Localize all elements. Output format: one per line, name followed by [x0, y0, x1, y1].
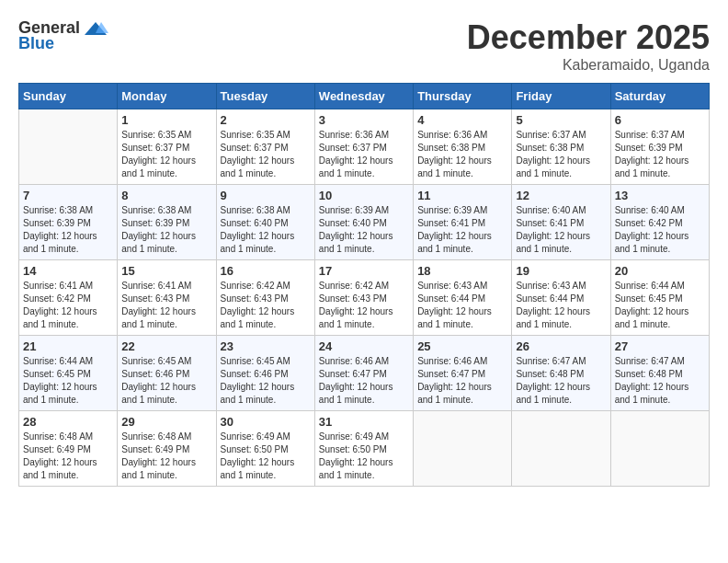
calendar-cell: 28 Sunrise: 6:48 AM Sunset: 6:49 PM Dayl… — [19, 411, 118, 487]
sunset-text: Sunset: 6:43 PM — [121, 293, 189, 304]
sunrise-text: Sunrise: 6:39 AM — [417, 205, 487, 215]
day-number: 30 — [221, 415, 311, 429]
daylight-text: Daylight: 12 hours and 1 minute. — [221, 457, 295, 480]
calendar-week-row: 1 Sunrise: 6:35 AM Sunset: 6:37 PM Dayli… — [19, 109, 710, 185]
daylight-text: Daylight: 12 hours and 1 minute. — [319, 155, 393, 178]
calendar-table: SundayMondayTuesdayWednesdayThursdayFrid… — [18, 83, 710, 487]
day-info: Sunrise: 6:38 AM Sunset: 6:39 PM Dayligh… — [23, 204, 113, 256]
calendar-cell: 3 Sunrise: 6:36 AM Sunset: 6:37 PM Dayli… — [314, 109, 413, 185]
weekday-header-tuesday: Tuesday — [216, 84, 314, 109]
sunset-text: Sunset: 6:43 PM — [221, 293, 289, 304]
sunrise-text: Sunrise: 6:47 AM — [516, 356, 586, 366]
day-info: Sunrise: 6:47 AM Sunset: 6:48 PM Dayligh… — [516, 355, 606, 407]
daylight-text: Daylight: 12 hours and 1 minute. — [221, 231, 295, 254]
weekday-header-sunday: Sunday — [19, 84, 118, 109]
sunrise-text: Sunrise: 6:43 AM — [417, 281, 487, 291]
daylight-text: Daylight: 12 hours and 1 minute. — [615, 306, 689, 329]
day-number: 9 — [221, 189, 311, 202]
sunset-text: Sunset: 6:47 PM — [319, 369, 387, 379]
day-info: Sunrise: 6:48 AM Sunset: 6:49 PM Dayligh… — [121, 431, 211, 482]
calendar-cell: 8 Sunrise: 6:38 AM Sunset: 6:39 PM Dayli… — [118, 185, 216, 260]
sunrise-text: Sunrise: 6:41 AM — [121, 281, 191, 291]
calendar-cell: 11 Sunrise: 6:39 AM Sunset: 6:41 PM Dayl… — [414, 185, 512, 260]
day-info: Sunrise: 6:37 AM Sunset: 6:38 PM Dayligh… — [516, 129, 606, 180]
day-number: 12 — [516, 189, 606, 202]
day-number: 1 — [121, 113, 211, 127]
sunrise-text: Sunrise: 6:44 AM — [23, 356, 93, 366]
sunset-text: Sunset: 6:38 PM — [417, 143, 485, 153]
daylight-text: Daylight: 12 hours and 1 minute. — [516, 382, 590, 405]
sunrise-text: Sunrise: 6:48 AM — [121, 431, 191, 442]
sunset-text: Sunset: 6:42 PM — [23, 293, 91, 304]
day-info: Sunrise: 6:48 AM Sunset: 6:49 PM Dayligh… — [23, 431, 113, 482]
calendar-week-row: 28 Sunrise: 6:48 AM Sunset: 6:49 PM Dayl… — [19, 411, 710, 487]
day-number: 3 — [319, 113, 409, 127]
calendar-cell: 26 Sunrise: 6:47 AM Sunset: 6:48 PM Dayl… — [512, 336, 610, 411]
sunset-text: Sunset: 6:47 PM — [417, 369, 485, 379]
day-number: 8 — [121, 189, 211, 202]
calendar-cell: 1 Sunrise: 6:35 AM Sunset: 6:37 PM Dayli… — [118, 109, 216, 185]
daylight-text: Daylight: 12 hours and 1 minute. — [121, 382, 196, 405]
day-number: 15 — [121, 264, 211, 278]
day-info: Sunrise: 6:37 AM Sunset: 6:39 PM Dayligh… — [615, 129, 705, 180]
day-info: Sunrise: 6:39 AM Sunset: 6:41 PM Dayligh… — [417, 204, 507, 256]
sunrise-text: Sunrise: 6:44 AM — [615, 281, 685, 291]
weekday-header-row: SundayMondayTuesdayWednesdayThursdayFrid… — [19, 84, 710, 109]
sunset-text: Sunset: 6:39 PM — [23, 218, 91, 228]
logo: General Blue — [18, 18, 108, 53]
logo-blue-text: Blue — [18, 34, 54, 53]
daylight-text: Daylight: 12 hours and 1 minute. — [319, 231, 393, 254]
daylight-text: Daylight: 12 hours and 1 minute. — [319, 457, 393, 480]
daylight-text: Daylight: 12 hours and 1 minute. — [417, 231, 492, 254]
sunset-text: Sunset: 6:49 PM — [23, 444, 91, 454]
day-number: 6 — [615, 113, 705, 127]
daylight-text: Daylight: 12 hours and 1 minute. — [23, 306, 97, 329]
sunrise-text: Sunrise: 6:49 AM — [221, 431, 290, 442]
sunrise-text: Sunrise: 6:49 AM — [319, 431, 389, 442]
day-info: Sunrise: 6:45 AM Sunset: 6:46 PM Dayligh… — [221, 355, 311, 407]
sunrise-text: Sunrise: 6:35 AM — [121, 130, 191, 140]
day-number: 7 — [23, 189, 113, 202]
day-number: 2 — [221, 113, 311, 127]
day-info: Sunrise: 6:45 AM Sunset: 6:46 PM Dayligh… — [121, 355, 211, 407]
daylight-text: Daylight: 12 hours and 1 minute. — [516, 306, 590, 329]
day-info: Sunrise: 6:35 AM Sunset: 6:37 PM Dayligh… — [121, 129, 211, 180]
day-info: Sunrise: 6:49 AM Sunset: 6:50 PM Dayligh… — [319, 431, 409, 482]
sunrise-text: Sunrise: 6:47 AM — [615, 356, 685, 366]
daylight-text: Daylight: 12 hours and 1 minute. — [417, 382, 492, 405]
sunrise-text: Sunrise: 6:36 AM — [417, 130, 487, 140]
calendar-cell: 15 Sunrise: 6:41 AM Sunset: 6:43 PM Dayl… — [118, 260, 216, 336]
day-number: 10 — [319, 189, 409, 202]
sunset-text: Sunset: 6:50 PM — [319, 444, 387, 454]
day-number: 4 — [417, 113, 507, 127]
daylight-text: Daylight: 12 hours and 1 minute. — [615, 382, 689, 405]
calendar-cell — [610, 411, 709, 487]
calendar-cell: 14 Sunrise: 6:41 AM Sunset: 6:42 PM Dayl… — [19, 260, 118, 336]
sunrise-text: Sunrise: 6:43 AM — [516, 281, 586, 291]
day-number: 26 — [516, 339, 606, 353]
weekday-header-monday: Monday — [118, 84, 216, 109]
calendar-cell: 22 Sunrise: 6:45 AM Sunset: 6:46 PM Dayl… — [118, 336, 216, 411]
sunset-text: Sunset: 6:48 PM — [516, 369, 584, 379]
sunset-text: Sunset: 6:42 PM — [615, 218, 683, 228]
day-number: 19 — [516, 264, 606, 278]
daylight-text: Daylight: 12 hours and 1 minute. — [121, 306, 196, 329]
sunset-text: Sunset: 6:40 PM — [319, 218, 387, 228]
sunrise-text: Sunrise: 6:38 AM — [121, 205, 191, 215]
day-number: 21 — [23, 339, 113, 353]
weekday-header-wednesday: Wednesday — [314, 84, 413, 109]
calendar-cell: 4 Sunrise: 6:36 AM Sunset: 6:38 PM Dayli… — [414, 109, 512, 185]
month-year-title: December 2025 — [467, 18, 710, 57]
daylight-text: Daylight: 12 hours and 1 minute. — [615, 231, 689, 254]
calendar-cell: 2 Sunrise: 6:35 AM Sunset: 6:37 PM Dayli… — [216, 109, 314, 185]
daylight-text: Daylight: 12 hours and 1 minute. — [121, 155, 196, 178]
sunset-text: Sunset: 6:39 PM — [615, 143, 683, 153]
sunset-text: Sunset: 6:45 PM — [23, 369, 91, 379]
sunset-text: Sunset: 6:37 PM — [121, 143, 189, 153]
sunrise-text: Sunrise: 6:38 AM — [23, 205, 93, 215]
sunset-text: Sunset: 6:37 PM — [319, 143, 387, 153]
day-info: Sunrise: 6:38 AM Sunset: 6:39 PM Dayligh… — [121, 204, 211, 256]
daylight-text: Daylight: 12 hours and 1 minute. — [221, 382, 295, 405]
calendar-cell: 21 Sunrise: 6:44 AM Sunset: 6:45 PM Dayl… — [19, 336, 118, 411]
sunset-text: Sunset: 6:44 PM — [417, 293, 485, 304]
